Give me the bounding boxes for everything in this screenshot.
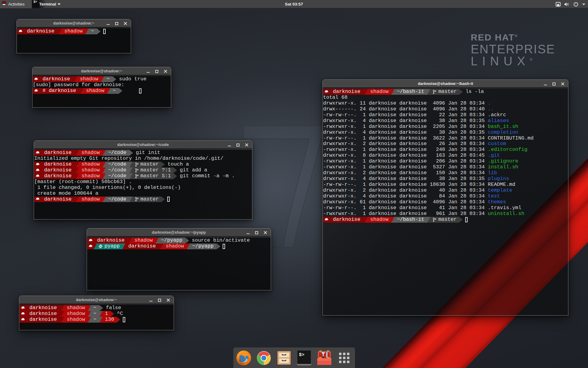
svg-text:$>: $> — [299, 352, 304, 358]
